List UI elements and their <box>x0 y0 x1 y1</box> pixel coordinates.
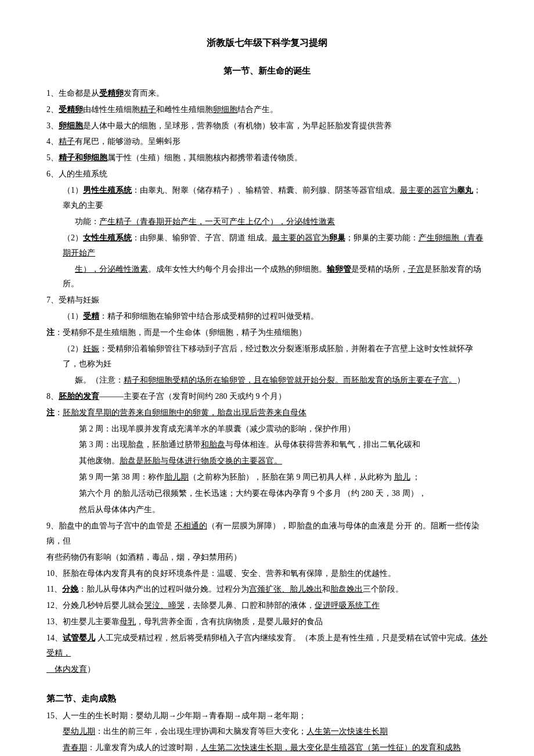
section1-title: 第一节、新生命的诞生 <box>46 63 488 79</box>
line-8-w3: 第 3 周：出现胎盘，胚胎通过脐带和胎盘与母体相连。从母体获得营养和氧气，排出二… <box>79 437 488 452</box>
line-6-2b: 生），分泌雌性激素。成年女性大约每个月会排出一个成熟的卵细胞。输卵管是受精的场所… <box>63 262 488 292</box>
line-7-2: （2）妊娠：受精卵沿着输卵管往下移动到子宫后，经过数次分裂逐渐形成胚胎，并附着在… <box>63 341 488 372</box>
line-5: 5、精子和卵细胞属于性（生殖）细胞，其细胞核内都携带着遗传物质。 <box>46 150 488 165</box>
line-6: 6、人的生殖系统 <box>46 167 488 182</box>
line-9: 9、胎盘中的血管与子宫中的血管是 不相通的（有一层膜为屏障），即胎盘的血液与母体… <box>46 519 488 549</box>
line-6-1b: 功能：产生精子（青春期开始产生，一天可产生上亿个），分泌雄性激素 <box>63 214 488 229</box>
line-8-m6: 第六个月 的胎儿活动已很频繁，生长迅速；大约要在母体内孕育 9 个多月 （约 2… <box>79 486 488 501</box>
line-8-w9: 第 9 周一第 38 周：称作胎儿期（之前称为胚胎），胚胎在第 9 周已初具人样… <box>79 470 488 485</box>
line-14: 14、试管婴儿 人工完成受精过程，然后将受精卵植入子宫内继续发育。（本质上是有性… <box>46 631 488 661</box>
line-8-w2: 第 2 周：出现羊膜并发育成充满羊水的羊膜囊（减少震动的影响，保护作用） <box>79 422 488 437</box>
section2-title: 第二节、走向成熟 <box>46 691 488 707</box>
line-7-1: （1）受精：精子和卵细胞在输卵管中结合形成受精卵的过程叫做受精。 <box>63 309 488 324</box>
line-6-1: （1）男性生殖系统：由睾丸、附睾（储存精子）、输精管、精囊、前列腺、阴茎等器官组… <box>63 183 488 213</box>
line-3: 3、卵细胞是人体中最大的细胞，呈球形，营养物质（有机物）较丰富，为早起胚胎发育提… <box>46 118 488 134</box>
line-8-note: 注：胚胎发育早期的营养来自卵细胞中的卵黄，胎盘出现后营养来自母体 <box>46 405 488 420</box>
line-14b: 体内发育） <box>46 662 488 677</box>
line-7-2b: 娠。（注意：精子和卵细胞受精的场所在输卵管，且在输卵管就开始分裂。而胚胎发育的场… <box>63 373 488 388</box>
line-4: 4、精子有尾巴，能够游动。呈蝌蚪形 <box>46 134 488 149</box>
line-15: 15、人一生的生长时期：婴幼儿期→少年期→青春期→成年期→老年期； <box>46 708 488 723</box>
line-1: 1、生命都是从受精卵发育而来。 <box>46 86 488 101</box>
line-8-w3b: 其他废物。胎盘是胚胎与母体进行物质交换的主要器官。 <box>79 453 488 469</box>
line-15-youth: 青春期：儿童发育为成人的过渡时期，人生第二次快速生长期，最大变化是生殖器官（第一… <box>63 740 488 755</box>
line-11: 11、分娩：胎儿从母体内产出的过程叫做分娩。过程分为宫颈扩张、胎儿娩出和胎盘娩出… <box>46 582 488 597</box>
line-7: 7、受精与妊娠 <box>46 293 488 308</box>
line-15-baby: 婴幼儿期：出生的前三年，会出现生理协调和大脑发育等巨大变化；人生第一次快速生长期 <box>63 724 488 739</box>
line-2: 2、受精卵由雄性生殖细胞精子和雌性生殖细胞卵细胞结合产生。 <box>46 102 488 117</box>
line-8: 8、胚胎的发育———主要在子宫（发育时间约 280 天或约 9 个月） <box>46 389 488 404</box>
line-12: 12、分娩几秒钟后婴儿就会哭泣、啼哭，去除婴儿鼻、口腔和肺部的液体，促进呼吸系统… <box>46 598 488 613</box>
line-13: 13、初生婴儿主要靠母乳，母乳营养全面，含有抗病物质，是婴儿最好的食品 <box>46 614 488 629</box>
line-7-note: 注：受精卵不是生殖细胞，而是一个生命体（卵细胞，精子为生殖细胞） <box>46 325 488 340</box>
line-9b: 有些药物仍有影响（如酒精，毒品，烟，孕妇禁用药） <box>46 550 488 565</box>
main-content: 1、生命都是从受精卵发育而来。 2、受精卵由雄性生殖细胞精子和雌性生殖细胞卵细胞… <box>46 86 488 756</box>
page-title: 浙教版七年级下科学复习提纲 <box>46 35 488 52</box>
line-10: 10、胚胎在母体内发育具有的良好环境条件是：温暖、安全、营养和氧有保障，是胎生的… <box>46 566 488 581</box>
line-6-2: （2）女性生殖系统：由卵巢、输卵管、子宫、阴道 组成。最主要的器官为卵巢；卵巢的… <box>63 231 488 261</box>
line-8-m6b: 然后从母体体内产生。 <box>79 502 488 517</box>
